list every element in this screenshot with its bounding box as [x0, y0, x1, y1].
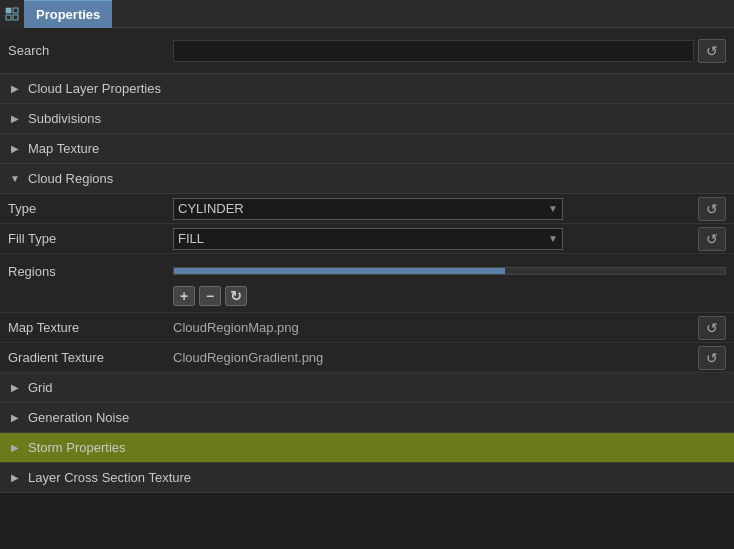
- search-label: Search: [8, 43, 173, 58]
- regions-property-row: Regions + − ↻: [0, 254, 734, 313]
- reset-icon: ↺: [706, 201, 718, 217]
- remove-icon: −: [206, 288, 214, 304]
- fill-type-reset-button[interactable]: ↺: [698, 227, 726, 251]
- dropdown-arrow-icon: ▼: [548, 233, 558, 244]
- collapse-arrow-icon: ▶: [8, 82, 22, 96]
- section-label: Cloud Layer Properties: [28, 81, 161, 96]
- search-input[interactable]: [173, 40, 694, 62]
- section-label: Subdivisions: [28, 111, 101, 126]
- svg-rect-1: [13, 8, 18, 13]
- section-label: Map Texture: [28, 141, 99, 156]
- remove-region-button[interactable]: −: [199, 286, 221, 306]
- panel-icon: [0, 0, 24, 28]
- add-region-button[interactable]: +: [173, 286, 195, 306]
- regions-label: Regions: [8, 264, 173, 279]
- map-texture-property-row: Map Texture CloudRegionMap.png ↺: [0, 313, 734, 343]
- header: Properties: [0, 0, 734, 28]
- type-dropdown-value: CYLINDER: [178, 201, 244, 216]
- section-label: Storm Properties: [28, 440, 126, 455]
- section-label: Grid: [28, 380, 53, 395]
- collapse-arrow-icon: ▶: [8, 112, 22, 126]
- collapse-arrow-icon: ▶: [8, 441, 22, 455]
- fill-type-property-row: Fill Type FILL ▼ ↺: [0, 224, 734, 254]
- search-row: Search ↺: [0, 28, 734, 74]
- gradient-texture-value: CloudRegionGradient.png: [173, 350, 323, 365]
- fill-type-value-container: FILL ▼: [173, 228, 694, 250]
- expand-arrow-icon: ▼: [8, 172, 22, 186]
- type-value-container: CYLINDER ▼: [173, 198, 694, 220]
- type-property-row: Type CYLINDER ▼ ↺: [0, 194, 734, 224]
- sidebar-item-cloud-layer-properties[interactable]: ▶ Cloud Layer Properties: [0, 74, 734, 104]
- gradient-texture-value-container: CloudRegionGradient.png: [173, 350, 694, 365]
- collapse-arrow-icon: ▶: [8, 142, 22, 156]
- collapse-arrow-icon: ▶: [8, 381, 22, 395]
- gradient-texture-label: Gradient Texture: [8, 350, 173, 365]
- map-texture-value-container: CloudRegionMap.png: [173, 320, 694, 335]
- properties-tab[interactable]: Properties: [24, 0, 112, 28]
- type-dropdown[interactable]: CYLINDER ▼: [173, 198, 563, 220]
- collapse-arrow-icon: ▶: [8, 471, 22, 485]
- dropdown-arrow-icon: ▼: [548, 203, 558, 214]
- collapse-arrow-icon: ▶: [8, 411, 22, 425]
- sidebar-item-grid[interactable]: ▶ Grid: [0, 373, 734, 403]
- add-icon: +: [180, 288, 188, 304]
- sidebar-item-layer-cross-section-texture[interactable]: ▶ Layer Cross Section Texture: [0, 463, 734, 493]
- svg-rect-0: [6, 8, 11, 13]
- svg-rect-2: [6, 15, 11, 20]
- type-reset-button[interactable]: ↺: [698, 197, 726, 221]
- sidebar-item-subdivisions[interactable]: ▶ Subdivisions: [0, 104, 734, 134]
- map-texture-reset-button[interactable]: ↺: [698, 316, 726, 340]
- section-label: Cloud Regions: [28, 171, 113, 186]
- regions-bar-row: Regions: [8, 258, 726, 284]
- reset-icon: ↺: [706, 320, 718, 336]
- reset-icon: ↺: [706, 350, 718, 366]
- fill-type-dropdown-value: FILL: [178, 231, 204, 246]
- sidebar-item-storm-properties[interactable]: ▶ Storm Properties: [0, 433, 734, 463]
- refresh-icon: ↻: [230, 288, 242, 304]
- sidebar-item-generation-noise[interactable]: ▶ Generation Noise: [0, 403, 734, 433]
- reset-icon: ↺: [706, 43, 718, 59]
- sidebar-item-cloud-regions[interactable]: ▼ Cloud Regions: [0, 164, 734, 194]
- refresh-region-button[interactable]: ↻: [225, 286, 247, 306]
- sidebar-item-map-texture[interactable]: ▶ Map Texture: [0, 134, 734, 164]
- regions-bar-container: [173, 267, 726, 275]
- section-label: Layer Cross Section Texture: [28, 470, 191, 485]
- type-label: Type: [8, 201, 173, 216]
- section-label: Generation Noise: [28, 410, 129, 425]
- gradient-texture-property-row: Gradient Texture CloudRegionGradient.png…: [0, 343, 734, 373]
- regions-progress-fill: [174, 268, 505, 274]
- fill-type-label: Fill Type: [8, 231, 173, 246]
- search-reset-button[interactable]: ↺: [698, 39, 726, 63]
- regions-button-group: + − ↻: [173, 284, 726, 308]
- reset-icon: ↺: [706, 231, 718, 247]
- map-texture-value: CloudRegionMap.png: [173, 320, 299, 335]
- regions-progress-bar: [173, 267, 726, 275]
- fill-type-dropdown[interactable]: FILL ▼: [173, 228, 563, 250]
- gradient-texture-reset-button[interactable]: ↺: [698, 346, 726, 370]
- svg-rect-3: [13, 15, 18, 20]
- map-texture-label: Map Texture: [8, 320, 173, 335]
